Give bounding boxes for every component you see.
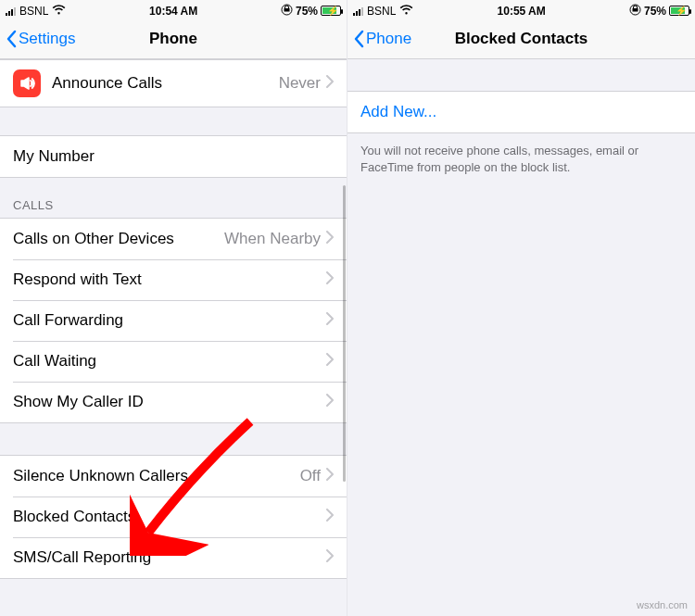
blocked-contacts-row[interactable]: Blocked Contacts	[0, 497, 347, 537]
chevron-right-icon	[326, 230, 334, 248]
sms-call-reporting-row[interactable]: SMS/Call Reporting	[0, 537, 347, 578]
battery-percent-label: 75%	[644, 5, 666, 18]
rotation-lock-icon	[281, 4, 293, 19]
respond-with-text-label: Respond with Text	[13, 270, 326, 289]
clock-label: 10:54 AM	[149, 5, 197, 18]
chevron-right-icon	[326, 311, 334, 330]
phone-settings-screen: BSNL 10:54 AM 75% ⚡ Settings Phone Annou…	[0, 0, 348, 616]
call-forwarding-row[interactable]: Call Forwarding	[0, 300, 347, 341]
back-label: Phone	[366, 30, 411, 48]
sms-call-reporting-label: SMS/Call Reporting	[13, 548, 326, 567]
blocked-footer-text: You will not receive phone calls, messag…	[348, 133, 695, 185]
show-caller-id-row[interactable]: Show My Caller ID	[0, 382, 347, 422]
calls-other-devices-label: Calls on Other Devices	[13, 230, 224, 248]
add-new-label: Add New...	[360, 103, 682, 121]
chevron-right-icon	[326, 508, 334, 526]
chevron-right-icon	[326, 393, 334, 411]
battery-percent-label: 75%	[296, 5, 318, 18]
back-button[interactable]: Phone	[348, 30, 411, 48]
blocked-contacts-screen: BSNL 10:55 AM 75% ⚡ Phone Blocked Contac…	[348, 0, 695, 616]
back-label: Settings	[19, 30, 75, 48]
call-forwarding-label: Call Forwarding	[13, 311, 326, 330]
chevron-right-icon	[326, 352, 334, 371]
chevron-right-icon	[326, 467, 334, 485]
carrier-label: BSNL	[19, 5, 48, 18]
call-waiting-row[interactable]: Call Waiting	[0, 341, 347, 382]
battery-icon: ⚡	[669, 6, 689, 16]
my-number-label: My Number	[13, 147, 334, 166]
carrier-label: BSNL	[367, 5, 396, 18]
announce-calls-icon	[13, 69, 41, 97]
chevron-right-icon	[326, 270, 334, 289]
announce-calls-value: Never	[279, 74, 321, 93]
blocked-contacts-label: Blocked Contacts	[13, 508, 326, 526]
silence-unknown-callers-label: Silence Unknown Callers	[13, 467, 300, 485]
signal-icon	[353, 6, 363, 16]
battery-icon: ⚡	[321, 6, 341, 16]
rotation-lock-icon	[629, 4, 641, 19]
silence-unknown-callers-value: Off	[300, 467, 321, 485]
watermark-label: wsxdn.com	[637, 599, 688, 610]
status-bar: BSNL 10:54 AM 75% ⚡	[0, 0, 347, 19]
announce-calls-row[interactable]: Announce Calls Never	[0, 60, 347, 107]
chevron-right-icon	[326, 548, 334, 567]
announce-calls-label: Announce Calls	[52, 74, 279, 93]
add-new-row[interactable]: Add New...	[348, 92, 695, 132]
chevron-left-icon	[353, 30, 364, 48]
clock-label: 10:55 AM	[498, 5, 546, 18]
nav-bar: Settings Phone	[0, 19, 347, 59]
status-bar: BSNL 10:55 AM 75% ⚡	[348, 0, 695, 19]
calls-other-devices-row[interactable]: Calls on Other Devices When Nearby	[0, 219, 347, 259]
signal-icon	[6, 6, 16, 16]
call-waiting-label: Call Waiting	[13, 352, 326, 371]
scrollbar[interactable]	[343, 185, 346, 482]
chevron-left-icon	[6, 30, 17, 48]
nav-bar: Phone Blocked Contacts	[348, 19, 695, 59]
back-button[interactable]: Settings	[0, 30, 75, 48]
wifi-icon	[52, 4, 66, 18]
respond-with-text-row[interactable]: Respond with Text	[0, 259, 347, 300]
wifi-icon	[399, 4, 413, 18]
my-number-row[interactable]: My Number	[0, 136, 347, 177]
show-caller-id-label: Show My Caller ID	[13, 393, 326, 411]
calls-section-header: Calls	[0, 178, 347, 218]
silence-unknown-callers-row[interactable]: Silence Unknown Callers Off	[0, 456, 347, 497]
chevron-right-icon	[326, 74, 334, 93]
calls-other-devices-value: When Nearby	[224, 230, 321, 248]
